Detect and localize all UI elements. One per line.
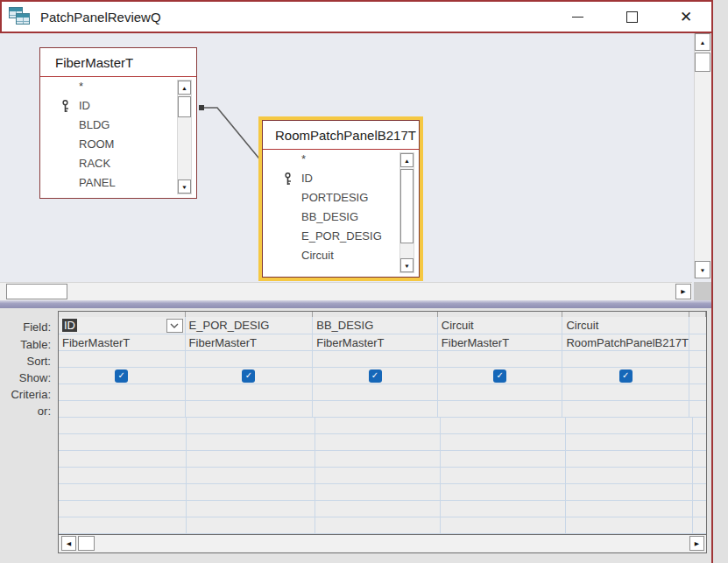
field-item-portdesig[interactable]: PORTDESIG: [263, 188, 419, 208]
criteria-cell[interactable]: [186, 384, 314, 401]
sort-cell[interactable]: [186, 351, 314, 368]
scroll-right-button[interactable]: ▶: [675, 284, 691, 299]
scroll-down-button[interactable]: ▼: [400, 258, 413, 272]
scroll-up-button[interactable]: ▲: [400, 153, 413, 167]
sort-cell-empty[interactable]: [689, 351, 706, 368]
sort-cell[interactable]: [59, 351, 186, 368]
or-cell[interactable]: [186, 401, 314, 418]
table-window-fibermastert[interactable]: FiberMasterT * ID BLDG ROOM RACK PANEL: [39, 47, 197, 199]
field-dropdown-button[interactable]: [166, 319, 183, 333]
field-item-room[interactable]: ROOM: [40, 135, 196, 154]
table-cell[interactable]: RoomPatchPanelB217T: [562, 334, 689, 351]
primary-key-icon: [61, 100, 70, 113]
row-label-criteria: Criteria:: [0, 386, 54, 403]
field-item-rack[interactable]: RACK: [40, 154, 196, 173]
grid-row-field: ID E_POR_DESIG BB_DESIG Circuit Circuit: [59, 317, 706, 334]
grid-row-show: ✓ ✓ ✓ ✓ ✓: [59, 368, 706, 384]
grid-row-or: [59, 401, 706, 418]
sort-cell[interactable]: [438, 351, 563, 368]
field-item-star[interactable]: *: [40, 77, 196, 96]
criteria-cell[interactable]: [313, 384, 438, 401]
scroll-thumb[interactable]: [695, 53, 710, 72]
or-cell[interactable]: [59, 401, 186, 418]
sort-cell[interactable]: [313, 351, 438, 368]
or-cell[interactable]: [562, 401, 689, 418]
or-cell-empty[interactable]: [689, 401, 706, 418]
scroll-up-button[interactable]: ▲: [695, 33, 710, 51]
pane-splitter[interactable]: [0, 300, 711, 308]
scroll-thumb[interactable]: [178, 96, 191, 117]
or-cell[interactable]: [438, 401, 563, 418]
down-arrow-icon: ▼: [181, 184, 187, 189]
field-item-star[interactable]: *: [263, 150, 419, 169]
scroll-thumb[interactable]: [400, 169, 413, 243]
field-label: ID: [301, 172, 313, 185]
criteria-cell[interactable]: [59, 384, 186, 401]
close-button[interactable]: ✕: [673, 4, 699, 30]
minimize-button[interactable]: [564, 4, 590, 30]
table-cell[interactable]: FiberMasterT: [438, 334, 563, 351]
sort-cell[interactable]: [562, 351, 689, 368]
table-title[interactable]: RoomPatchPanelB217T: [263, 121, 419, 150]
criteria-cell-empty[interactable]: [689, 384, 706, 401]
field-item-id[interactable]: ID: [263, 169, 419, 188]
table-window-roompatchpanelb217t-selection: RoomPatchPanelB217T * ID PORTDESIG BB_DE…: [258, 116, 423, 281]
field-cell[interactable]: Circuit: [562, 317, 689, 334]
field-item-circuit[interactable]: Circuit: [263, 246, 419, 265]
up-arrow-icon: ▲: [404, 158, 410, 163]
grid-row-labels: Field: Table: Sort: Show: Criteria: or:: [0, 311, 54, 419]
criteria-cell[interactable]: [438, 384, 563, 401]
diagram-horizontal-scrollbar[interactable]: ▶: [0, 282, 692, 300]
diagram-vertical-scrollbar[interactable]: ▲ ▼: [694, 33, 711, 278]
show-checkbox[interactable]: ✓: [619, 369, 633, 383]
field-cell-empty[interactable]: [689, 317, 706, 334]
show-cell: ✓: [186, 368, 314, 384]
table-title[interactable]: FiberMasterT: [40, 48, 196, 77]
scroll-right-button[interactable]: ▶: [689, 536, 704, 551]
table-cell[interactable]: FiberMasterT: [186, 334, 314, 351]
field-cell[interactable]: ID: [59, 317, 186, 334]
field-item-bldg[interactable]: BLDG: [40, 116, 196, 135]
grid-row-sort: [59, 351, 706, 368]
scroll-left-button[interactable]: ◀: [61, 536, 76, 551]
table-scrollbar[interactable]: ▲ ▼: [177, 80, 192, 194]
table-cell[interactable]: FiberMasterT: [59, 334, 186, 351]
close-icon: ✕: [680, 10, 692, 25]
show-cell: ✓: [313, 368, 438, 384]
criteria-cell[interactable]: [562, 384, 689, 401]
show-checkbox[interactable]: ✓: [369, 369, 382, 383]
field-cell[interactable]: Circuit: [438, 317, 563, 334]
up-arrow-icon: ▲: [181, 85, 187, 90]
query-diagram-pane[interactable]: FiberMasterT * ID BLDG ROOM RACK PANEL: [0, 33, 711, 300]
table-scrollbar[interactable]: ▲ ▼: [399, 152, 414, 273]
show-checkbox[interactable]: ✓: [115, 369, 128, 383]
maximize-button[interactable]: [618, 4, 645, 30]
scroll-down-button[interactable]: ▼: [695, 261, 710, 278]
primary-key-icon: [284, 172, 293, 186]
field-item-id[interactable]: ID: [40, 96, 196, 116]
show-checkbox[interactable]: ✓: [242, 369, 255, 383]
field-item-bb-desig[interactable]: BB_DESIG: [263, 208, 419, 227]
table-cell-empty[interactable]: [689, 334, 706, 351]
titlebar[interactable]: PatchPanelReviewQ ✕: [0, 2, 711, 32]
table-window-roompatchpanelb217t[interactable]: RoomPatchPanelB217T * ID PORTDESIG BB_DE…: [262, 120, 420, 278]
or-cell[interactable]: [313, 401, 438, 418]
table-cell[interactable]: FiberMasterT: [313, 334, 438, 351]
grid-empty-rows[interactable]: [59, 418, 706, 534]
scroll-thumb[interactable]: [6, 284, 67, 299]
field-cell[interactable]: E_POR_DESIG: [186, 317, 314, 334]
scroll-thumb[interactable]: [78, 536, 95, 551]
query-icon: [9, 7, 32, 26]
field-cell[interactable]: BB_DESIG: [313, 317, 438, 334]
scroll-down-button[interactable]: ▼: [178, 179, 191, 194]
left-arrow-icon: ◀: [67, 540, 71, 546]
field-item-panel[interactable]: PANEL: [40, 173, 196, 193]
scroll-up-button[interactable]: ▲: [178, 81, 191, 95]
right-arrow-icon: ▶: [681, 288, 685, 294]
show-checkbox[interactable]: ✓: [493, 369, 506, 383]
field-item-e-por-desig[interactable]: E_POR_DESIG: [263, 227, 419, 246]
grid-horizontal-scrollbar[interactable]: ◀ ▶: [59, 534, 706, 552]
show-cell-empty[interactable]: [689, 368, 706, 384]
check-icon: ✓: [118, 371, 125, 380]
selected-field-value[interactable]: ID: [62, 319, 77, 332]
